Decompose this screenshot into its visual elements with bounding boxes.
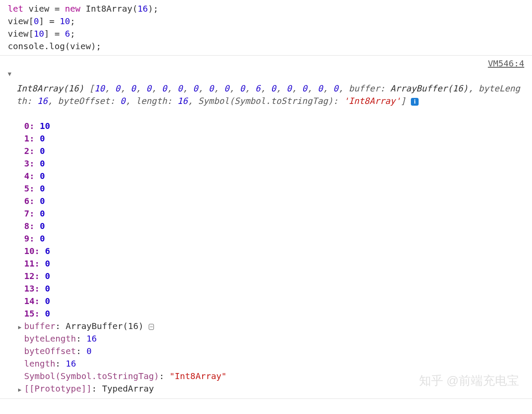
number-literal: 16	[138, 3, 148, 14]
array-index-entry: 0: 10	[24, 120, 524, 132]
console-output-block: VM546:4 ▼ Int8Array(16) [10, 0, 0, 0, 0,…	[0, 56, 532, 399]
console-input-block: let view = new Int8Array(16); view[0] = …	[0, 0, 532, 56]
property-buffer[interactable]: ▶buffer: ArrayBuffer(16) ⋯	[24, 320, 524, 332]
code-line-1: let view = new Int8Array(16);	[8, 3, 524, 15]
property-length: length: 16	[24, 358, 524, 370]
array-index-entry: 7: 0	[24, 207, 524, 220]
summary-values: 10, 0, 0, 0, 0, 0, 0, 0, 0, 0, 6, 0, 0, …	[94, 83, 338, 94]
array-index-entry: 4: 0	[24, 170, 524, 182]
disclosure-triangle-open-icon[interactable]: ▼	[8, 69, 11, 78]
object-summary[interactable]: ▼ Int8Array(16) [10, 0, 0, 0, 0, 0, 0, 0…	[8, 57, 524, 120]
info-icon[interactable]: i	[411, 98, 419, 106]
disclosure-triangle-closed-icon[interactable]: ▶	[18, 386, 24, 394]
array-index-entry: 5: 0	[24, 182, 524, 195]
array-index-entry: 6: 0	[24, 195, 524, 207]
code-line-2: view[0] = 10;	[8, 15, 524, 28]
array-index-entry: 15: 0	[24, 307, 524, 320]
array-index-entry: 8: 0	[24, 220, 524, 232]
keyword-let: let	[8, 3, 23, 14]
identifier-view: view	[28, 3, 49, 14]
array-index-entry: 12: 0	[24, 270, 524, 282]
array-index-entry: 9: 0	[24, 232, 524, 245]
object-entries: 0: 101: 02: 03: 04: 05: 06: 07: 08: 09: …	[8, 120, 524, 320]
type-int8array: Int8Array	[86, 3, 132, 14]
array-index-entry: 13: 0	[24, 282, 524, 295]
memory-inspector-icon[interactable]: ⋯	[149, 324, 154, 330]
equals: =	[49, 3, 65, 14]
disclosure-triangle-closed-icon[interactable]: ▶	[18, 323, 24, 332]
array-index-entry: 11: 0	[24, 257, 524, 270]
property-bytelength: byteLength: 16	[24, 332, 524, 345]
array-index-entry: 10: 6	[24, 245, 524, 257]
code-line-4: console.log(view);	[8, 40, 524, 53]
code-line-3: view[10] = 6;	[8, 28, 524, 40]
array-index-entry: 1: 0	[24, 132, 524, 145]
array-index-entry: 3: 0	[24, 157, 524, 170]
summary-type: Int8Array(16)	[16, 83, 84, 94]
property-byteoffset: byteOffset: 0	[24, 345, 524, 358]
keyword-new: new	[65, 3, 80, 14]
watermark: 知乎 @前端充电宝	[419, 372, 519, 390]
array-index-entry: 14: 0	[24, 295, 524, 307]
array-index-entry: 2: 0	[24, 145, 524, 157]
